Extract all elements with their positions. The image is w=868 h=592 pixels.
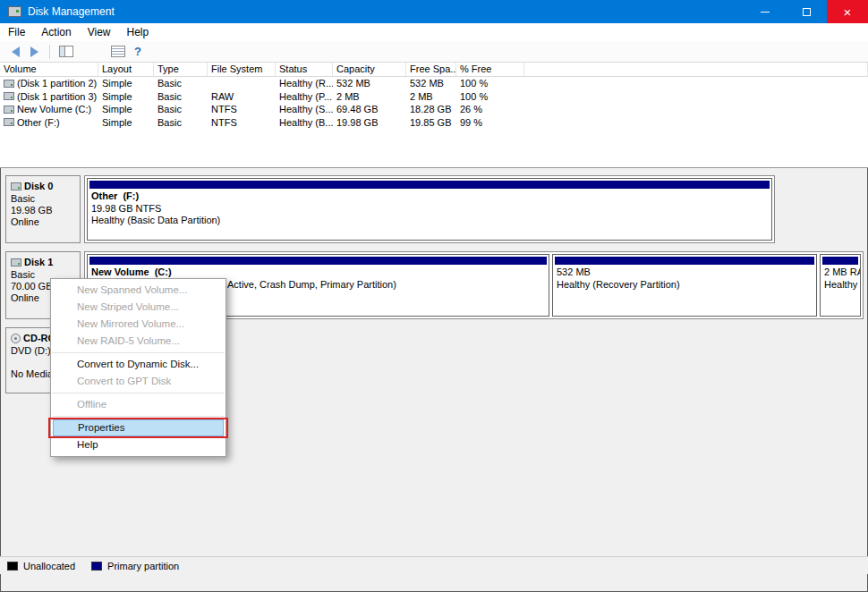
minimize-button[interactable] — [745, 0, 786, 23]
menu-file[interactable]: File — [0, 24, 33, 40]
column-header-volume[interactable]: Volume — [0, 63, 98, 76]
column-header-file-system[interactable]: File System — [208, 63, 276, 76]
forward-icon[interactable] — [30, 47, 38, 57]
disk-name: Disk 1 — [24, 257, 53, 268]
partition-status: Healthy (Basic Data Partition) — [88, 215, 771, 227]
legend-bar: Unallocated Primary partition — [0, 556, 868, 574]
volume-icon — [4, 106, 14, 114]
disk0-partition-area: Other (F:) 19.98 GB NTFS Healthy (Basic … — [84, 175, 775, 243]
partition-title: New Volume (C:) — [88, 266, 549, 279]
disk-name: Disk 0 — [24, 181, 53, 192]
partition-recovery[interactable]: 532 MB Healthy (Recovery Partition) — [552, 254, 817, 317]
column-header-layout[interactable]: Layout — [98, 63, 154, 76]
menu-item-new-spanned-volume: New Spanned Volume... — [51, 282, 226, 299]
volume-row[interactable]: (Disk 1 partition 2) Simple Basic Health… — [0, 77, 868, 90]
volume-row[interactable]: New Volume (C:) Simple Basic NTFS Health… — [0, 103, 868, 116]
column-header-filler — [524, 63, 868, 76]
volume-layout: Simple — [98, 78, 154, 89]
volume-capacity: 19.98 GB — [333, 117, 406, 128]
volume-file-system: NTFS — [208, 104, 276, 114]
volume-pct-free: 26 % — [456, 104, 524, 114]
menu-item-convert-to-gpt-disk: Convert to GPT Disk — [51, 373, 226, 390]
partition-size: 2 MB RA — [821, 266, 860, 279]
menu-separator — [52, 416, 225, 417]
partition-status: Healthy — [821, 279, 860, 292]
menu-item-help[interactable]: Help — [51, 436, 226, 453]
menu-action[interactable]: Action — [33, 24, 79, 40]
volume-row[interactable]: Other (F:) Simple Basic NTFS Healthy (B.… — [0, 116, 868, 130]
volume-layout: Simple — [98, 117, 154, 128]
close-icon: × — [844, 5, 852, 19]
primary-partition-strip — [89, 181, 770, 189]
maximize-icon — [803, 8, 811, 16]
disk-management-icon — [8, 6, 21, 17]
toolbar: ? — [0, 41, 868, 63]
disk0-label[interactable]: Disk 0 Basic 19.98 GB Online — [5, 175, 81, 243]
volume-file-system: NTFS — [208, 117, 276, 128]
column-header-free-space[interactable]: Free Spa... — [406, 63, 456, 76]
volume-icon — [4, 92, 14, 100]
volume-name: New Volume (C:) — [17, 104, 91, 114]
column-header-pct-free[interactable]: % Free — [456, 63, 524, 76]
volume-file-system: RAW — [208, 91, 276, 102]
pane-splitter[interactable] — [0, 167, 868, 168]
partition-other-f[interactable]: Other (F:) 19.98 GB NTFS Healthy (Basic … — [87, 178, 772, 241]
menu-help[interactable]: Help — [119, 24, 157, 40]
volume-list-header: Volume Layout Type File System Status Ca… — [0, 63, 868, 77]
menu-item-offline: Offline — [51, 396, 226, 413]
column-header-status[interactable]: Status — [276, 63, 333, 76]
volume-pct-free: 100 % — [456, 78, 524, 89]
volume-pct-free: 99 % — [456, 117, 524, 128]
volume-pct-free: 100 % — [456, 91, 524, 102]
legend-label: Unallocated — [23, 561, 75, 571]
volume-status: Healthy (B... — [276, 117, 333, 128]
close-button[interactable]: × — [827, 0, 868, 23]
back-icon[interactable] — [12, 47, 20, 57]
cd-rom-icon — [11, 334, 21, 343]
volume-row[interactable]: (Disk 1 partition 3) Simple Basic RAW He… — [0, 90, 868, 104]
legend-unallocated: Unallocated — [7, 561, 75, 571]
menu-item-new-mirrored-volume: New Mirrored Volume... — [51, 316, 226, 333]
partition-size-fs: 19.98 GB NTFS — [88, 203, 771, 216]
disk0-row: Disk 0 Basic 19.98 GB Online Other (F:) … — [5, 175, 775, 243]
primary-partition-swatch — [91, 562, 102, 571]
volume-capacity: 532 MB — [333, 78, 406, 89]
properties-icon[interactable] — [111, 46, 125, 57]
disk-status: Online — [11, 216, 75, 228]
menu-item-new-raid5-volume: New RAID-5 Volume... — [51, 333, 226, 350]
toolbar-separator — [49, 45, 50, 59]
partition-title: Other (F:) — [88, 190, 771, 203]
volume-name: (Disk 1 partition 3) — [17, 91, 97, 102]
volume-type: Basic — [154, 78, 208, 89]
disk-management-window: Disk Management × File Action View Help … — [0, 0, 868, 592]
unallocated-swatch — [7, 562, 18, 571]
volume-free-space: 2 MB — [406, 91, 456, 102]
console-tree-icon[interactable] — [59, 46, 73, 57]
column-header-capacity[interactable]: Capacity — [333, 63, 406, 76]
title-bar[interactable]: Disk Management × — [0, 0, 868, 23]
menu-view[interactable]: View — [80, 24, 119, 40]
volume-icon — [4, 118, 14, 126]
volume-layout: Simple — [98, 91, 154, 102]
partition-small-raw[interactable]: 2 MB RA Healthy — [820, 254, 861, 317]
volume-name: Other (F:) — [17, 117, 60, 128]
menu-separator — [52, 393, 225, 393]
menu-separator — [52, 352, 225, 353]
help-icon[interactable]: ? — [134, 45, 141, 58]
menu-bar: File Action View Help — [0, 23, 868, 41]
menu-item-properties[interactable]: Properties — [53, 419, 224, 436]
disk-type: Basic — [11, 193, 75, 205]
window-title: Disk Management — [28, 5, 115, 18]
maximize-button[interactable] — [786, 0, 827, 23]
disk-icon — [11, 258, 21, 266]
legend-primary-partition: Primary partition — [91, 561, 179, 571]
minimize-icon — [761, 12, 770, 13]
menu-item-new-striped-volume: New Striped Volume... — [51, 299, 226, 316]
legend-label: Primary partition — [107, 561, 179, 571]
disk-size: 19.98 GB — [11, 205, 75, 216]
column-header-type[interactable]: Type — [154, 63, 208, 76]
volume-type: Basic — [154, 91, 208, 102]
menu-item-convert-to-dynamic-disk[interactable]: Convert to Dynamic Disk... — [51, 356, 226, 373]
volume-icon — [4, 80, 14, 88]
partition-size: 532 MB — [553, 266, 816, 279]
